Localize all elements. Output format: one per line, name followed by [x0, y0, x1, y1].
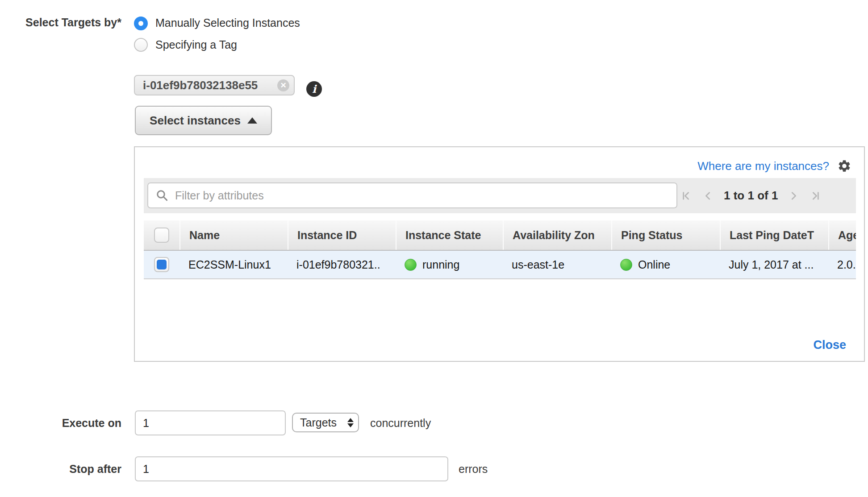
first-page-icon[interactable]	[682, 190, 692, 202]
running-status-icon	[405, 259, 417, 271]
stop-after-errors-input[interactable]	[135, 456, 448, 481]
pagination: 1 to 1 of 1	[682, 178, 820, 213]
radio-manually-selecting-instances[interactable]	[134, 17, 148, 30]
remove-instance-icon[interactable]: ✕	[277, 79, 289, 91]
cell-instance-id: i-01ef9b780321..	[288, 251, 396, 278]
next-page-icon[interactable]	[789, 190, 798, 202]
radio-specifying-a-tag[interactable]	[134, 38, 148, 52]
table-toolbar: 1 to 1 of 1	[144, 178, 856, 213]
cell-name: EC2SSM-Linux1	[179, 251, 288, 278]
search-icon	[155, 189, 169, 202]
cell-instance-state: running	[396, 251, 503, 278]
select-instances-button[interactable]: Select instances	[135, 106, 272, 135]
online-status-icon	[620, 259, 632, 271]
cell-availability-zone: us-east-1e	[503, 251, 611, 278]
select-targets-by-label: Select Targets by*	[9, 16, 121, 29]
close-link[interactable]: Close	[813, 338, 846, 352]
pagination-range-label: 1 to 1 of 1	[724, 189, 778, 203]
radio-label-manually-selecting-instances[interactable]: Manually Selecting Instances	[155, 17, 300, 29]
gear-icon[interactable]	[837, 159, 851, 173]
info-icon[interactable]: i	[306, 81, 322, 97]
cell-agent-version: 2.0.8	[828, 251, 856, 278]
cell-ping-status: Online	[611, 251, 720, 278]
filter-box	[147, 182, 677, 208]
execute-on-count-input[interactable]	[135, 410, 286, 435]
instance-table-row[interactable]: EC2SSM-Linux1 i-01ef9b780321.. running u…	[144, 251, 856, 279]
column-header-ping-status[interactable]: Ping Status	[611, 220, 720, 250]
selected-instance-id: i-01ef9b78032138e55	[143, 79, 277, 92]
column-header-last-ping-datetime[interactable]: Last Ping DateT	[720, 220, 828, 250]
filter-by-attributes-input[interactable]	[175, 189, 676, 202]
targets-unit-select[interactable]: Targets	[292, 413, 359, 432]
stop-after-label: Stop after	[9, 463, 121, 476]
run-command-targets-form: Select Targets by* Manually Selecting In…	[0, 0, 868, 497]
where-are-my-instances-link[interactable]: Where are my instances?	[697, 159, 829, 173]
column-header-instance-state[interactable]: Instance State	[396, 220, 503, 250]
previous-page-icon[interactable]	[703, 190, 713, 202]
radio-label-specifying-a-tag[interactable]: Specifying a Tag	[155, 38, 237, 51]
concurrently-label: concurrently	[370, 417, 431, 430]
stepper-arrows-icon	[347, 418, 354, 427]
errors-label: errors	[459, 463, 488, 476]
instances-picker-panel: Where are my instances?	[134, 146, 865, 362]
column-header-agent-version[interactable]: Agent	[828, 220, 856, 250]
targets-unit-value: Targets	[300, 416, 337, 429]
cell-last-ping-datetime: July 1, 2017 at ...	[720, 251, 828, 278]
select-all-checkbox[interactable]	[144, 220, 179, 250]
selected-instance-chip: i-01ef9b78032138e55 ✕	[134, 75, 295, 95]
row-checkbox[interactable]	[144, 251, 179, 278]
last-page-icon[interactable]	[810, 190, 820, 202]
column-header-availability-zone[interactable]: Availability Zon	[503, 220, 611, 250]
column-header-instance-id[interactable]: Instance ID	[288, 220, 396, 250]
chevron-up-icon	[247, 117, 257, 124]
instances-table-header: Name Instance ID Instance State Availabi…	[144, 220, 856, 251]
column-header-name[interactable]: Name	[179, 220, 288, 250]
execute-on-label: Execute on	[9, 417, 121, 430]
select-instances-button-label: Select instances	[150, 114, 241, 128]
